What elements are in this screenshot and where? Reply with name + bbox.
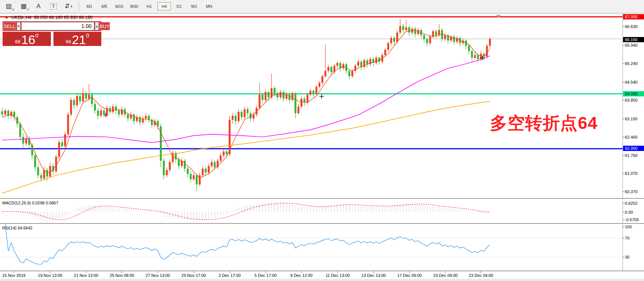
time-tick: 25 Nov 08:00 — [110, 273, 134, 278]
toolbar: ▨E▦FAT⇵▾ M1M5M15M30H1H4D1W1MN — [0, 0, 644, 13]
timeframe-bar: M1M5M15M30H1H4D1W1MN — [83, 2, 217, 10]
price-tick-61.070: 61.070 — [625, 171, 638, 176]
text-label-icon[interactable]: A — [32, 1, 45, 11]
indicators-icon[interactable]: ▨E — [2, 1, 15, 11]
toolbar-icons: ▨E▦FAT⇵▾ — [0, 1, 75, 11]
price-tick-64.540: 64.540 — [625, 80, 638, 85]
time-tick: 9 Dec 12:00 — [290, 273, 312, 278]
timeframe-button-m5[interactable]: M5 — [98, 2, 111, 10]
collapse-trade-panel-icon[interactable]: ▲ — [5, 15, 8, 19]
ask-pipette: 0 — [86, 32, 89, 38]
price-tick-60.370: 60.370 — [625, 189, 638, 194]
toolbar-grip[interactable] — [79, 2, 80, 11]
bid-price-button[interactable]: 66160 — [3, 32, 51, 46]
price-badge-64.088: 64.088 — [623, 91, 644, 96]
timeframe-button-h4[interactable]: H4 — [157, 2, 171, 10]
ask-price-button[interactable]: 66210 — [53, 32, 101, 46]
ask-big-figure: 66 — [66, 39, 71, 44]
timeframe-button-m1[interactable]: M1 — [83, 2, 96, 10]
time-tick: 15 Nov 2019 — [2, 273, 25, 278]
price-badge-66.160: 66.160 — [623, 37, 644, 42]
rsi-label: RSI(14) 54.6642 — [2, 226, 33, 230]
timeframe-button-mn[interactable]: MN — [202, 2, 216, 10]
timeframe-button-h1[interactable]: H1 — [142, 2, 156, 10]
price-tick-62.460: 62.460 — [625, 135, 638, 140]
bid-big-figure: 66 — [15, 39, 20, 44]
symbol-ohlc-line: UKOil-,H4 66.050 66.160 65.930 66.160 — [11, 15, 93, 20]
timeframe-button-m15[interactable]: M15 — [113, 2, 126, 10]
time-tick: 3 Dec 17:00 — [218, 273, 240, 278]
indicator-axis-30: 30 — [625, 255, 629, 260]
timeframe-button-d1[interactable]: D1 — [172, 2, 186, 10]
timeframe-button-m30[interactable]: M30 — [128, 2, 141, 10]
price-badge-67.000: 67.000 — [623, 14, 644, 19]
time-tick: 11 Dec 13:00 — [326, 273, 350, 278]
text-box-icon[interactable]: T — [47, 1, 60, 11]
buy-button[interactable]: BUY — [99, 22, 110, 30]
ask-pips: 21 — [72, 33, 86, 46]
price-tick-66.630: 66.630 — [625, 24, 638, 29]
price-tick-61.760: 61.760 — [625, 153, 638, 158]
price-badge-62.000: 62.000 — [623, 146, 644, 151]
sell-button[interactable]: SELL — [3, 22, 16, 30]
price-tick-65.940: 65.940 — [625, 43, 638, 48]
indicator-axis-0.6252: 0.6252 — [625, 201, 638, 206]
chart-window[interactable] — [0, 13, 644, 281]
chart-annotation-text: 多空转折点64 — [490, 112, 598, 135]
one-click-trading-widget: SELL ▼ ▲ BUY 66160 66210 — [3, 21, 101, 46]
bid-pips: 16 — [21, 33, 36, 46]
volume-input[interactable] — [21, 22, 94, 30]
time-tick: 19 Dec 09:00 — [433, 273, 457, 278]
time-tick: 5 Dec 17:00 — [254, 273, 276, 278]
time-tick: 23 Dec 04:00 — [469, 273, 493, 278]
price-tick-65.240: 65.240 — [625, 61, 638, 66]
time-tick: 19 Nov 13:00 — [38, 273, 62, 278]
time-tick: 17 Dec 09:00 — [397, 273, 421, 278]
time-tick: 13 Dec 13:00 — [361, 273, 386, 278]
time-tick: 21 Nov 13:00 — [74, 273, 98, 278]
volume-decrease-button[interactable]: ▼ — [17, 22, 21, 30]
sort-order-icon[interactable]: ⇵▾ — [62, 1, 75, 11]
volume-increase-button[interactable]: ▲ — [95, 22, 99, 30]
indicator-axis-70: 70 — [625, 236, 629, 241]
window-bottom-edge — [0, 279, 644, 281]
bid-pipette: 0 — [35, 32, 38, 38]
trading-platform-window: ▨E▦FAT⇵▾ M1M5M15M30H1H4D1W1MN ▲ UKOil-,H… — [0, 0, 644, 281]
indicator-axis-100: 100 — [625, 225, 632, 229]
macd-label: MACD(12,26,9) 0.0298 0.0867 — [2, 201, 58, 205]
indicator-axis--0.5705: -0.5705 — [625, 217, 639, 222]
price-tick-63.850: 63.850 — [625, 98, 638, 103]
time-tick: 27 Nov 13:00 — [145, 273, 170, 278]
timeframe-button-w1[interactable]: W1 — [187, 2, 201, 10]
price-tick-63.150: 63.150 — [625, 116, 638, 121]
indicator-axis-0.00: 0.00 — [625, 210, 633, 215]
time-tick: 29 Nov 17:00 — [181, 273, 206, 278]
indicator-window-icon[interactable]: ▦F — [17, 1, 30, 11]
